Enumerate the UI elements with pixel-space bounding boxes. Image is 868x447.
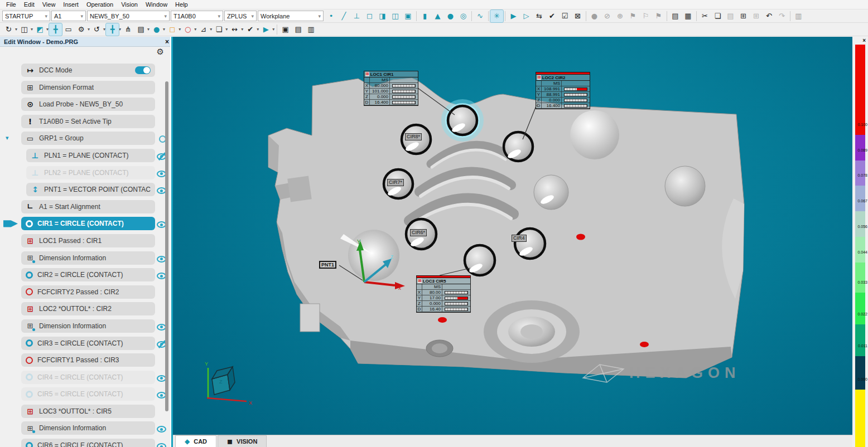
cir6-label[interactable]: CIR6* [410, 229, 427, 236]
cir7-label[interactable]: CIR7* [387, 179, 404, 186]
goto-icon[interactable]: ⊕ [614, 10, 626, 22]
plane-feature-icon[interactable]: ⊥ [350, 10, 363, 22]
loc3-cir5-table[interactable]: ⊞ LOC3 CIR5 MS X 80.00 [416, 275, 471, 313]
bookmark-insert-icon[interactable]: ⚐ [639, 10, 652, 22]
probe-disable-icon[interactable]: ⊘ [601, 10, 614, 22]
loop-icon[interactable]: ⇆ [533, 10, 546, 22]
command-pill[interactable]: DCC Mode [21, 64, 155, 77]
command-pill[interactable]: FCFCIRTY2 Passed : CIR2 [21, 285, 155, 299]
command-pill[interactable]: CIR5 = CIRCLE (CONTACT) [21, 387, 155, 401]
command-pill[interactable]: CIR2 = CIRCLE (CONTACT) [21, 268, 155, 281]
menu-item[interactable]: View [38, 1, 60, 8]
menu-item[interactable]: Insert [59, 1, 83, 8]
paste-icon[interactable]: ▤ [724, 10, 737, 22]
line-feature-icon[interactable]: ╱ [337, 10, 350, 22]
solid-cube-icon[interactable]: ◩ [33, 23, 46, 36]
chevron-down-icon[interactable]: ▾ [6, 134, 9, 142]
startup-dropdown[interactable]: STARTUP ▾ [2, 11, 50, 21]
command-pill[interactable]: PLN1 = PLANE (CONTACT) [26, 149, 155, 162]
cad-viewport[interactable]: Y x z Y X Z HEXAGON CIR8* CIR7* CIR6* [173, 37, 852, 435]
auto-feature-icon[interactable]: ✳ [490, 10, 503, 22]
chevron-down-icon[interactable]: ▾ [210, 27, 212, 32]
chevron-down-icon[interactable]: ▾ [15, 27, 17, 32]
chevron-down-icon[interactable]: ▾ [257, 27, 259, 32]
command-pill[interactable]: Dimension Information [21, 421, 155, 435]
menu-item[interactable]: Edit [20, 1, 38, 8]
workplane-dropdown[interactable]: Workplane ▾ [258, 11, 324, 21]
translate-view-icon[interactable]: ╋ [106, 23, 119, 36]
gage-circle-icon[interactable]: ○ [181, 23, 194, 36]
close-icon[interactable]: × [165, 38, 169, 45]
report-view-icon[interactable]: ▤ [669, 10, 682, 22]
command-pill[interactable]: CIR4 = CIRCLE (CONTACT) [21, 371, 155, 384]
command-pill[interactable]: CIR6 = CIRCLE (CONTACT) [21, 439, 155, 447]
chevron-down-icon[interactable]: ▾ [225, 27, 228, 32]
stats-window-icon[interactable]: ▥ [305, 23, 317, 36]
rectangle-feature-icon[interactable]: ▣ [402, 10, 414, 22]
chevron-down-icon[interactable]: ▾ [31, 27, 33, 32]
pattern-icon[interactable]: ⊞ [750, 10, 763, 22]
rotate-view-icon[interactable]: ↺ [90, 23, 103, 36]
command-pill[interactable]: Dimension Format [21, 81, 155, 94]
report-window-icon[interactable]: ▤ [292, 23, 305, 36]
measurement-path-icon[interactable]: ↭ [228, 23, 241, 36]
loc2-cir2-table[interactable]: ⊞ LOC2 CIR2 MS X 108.991 [536, 72, 590, 109]
menu-item[interactable]: Operation [83, 1, 117, 8]
report-reject-icon[interactable]: ⊠ [571, 10, 584, 22]
pan-view-icon[interactable]: ╋ [49, 23, 62, 36]
pnt1-label[interactable]: PNT1 [319, 261, 336, 269]
point-feature-icon[interactable]: • [325, 10, 337, 22]
orientation-cube[interactable]: Y X Z [205, 361, 252, 406]
probe-file-icon[interactable]: ▤ [134, 23, 147, 36]
wireframe-cube-icon[interactable]: ◫ [18, 23, 31, 36]
command-pill[interactable]: LOC1 Passed : CIR1 [21, 234, 155, 247]
sphere-feature-icon[interactable]: ● [444, 10, 457, 22]
view-orientation-icon[interactable]: ↻ [2, 23, 15, 36]
chevron-down-icon[interactable]: ▾ [88, 27, 90, 32]
alignment-dropdown[interactable]: A1 ▾ [51, 11, 86, 21]
copy-icon[interactable]: ❏ [711, 10, 724, 22]
menu-item[interactable]: Vision [117, 1, 142, 8]
command-pill[interactable]: GRP1 = Group [21, 132, 155, 145]
menu-item[interactable]: File [2, 1, 20, 8]
bookmark-icon[interactable]: ⚑ [626, 10, 639, 22]
command-pill[interactable]: T1A0B0 = Set Active Tip [21, 115, 155, 128]
menu-item[interactable]: Window [142, 1, 171, 8]
mark-done-icon[interactable]: ✔ [546, 10, 558, 22]
dcc-mode-toggle[interactable] [135, 66, 151, 74]
chevron-down-icon[interactable]: ▾ [241, 27, 243, 32]
menu-item[interactable]: Help [171, 1, 192, 8]
chevron-down-icon[interactable]: ▾ [272, 27, 274, 32]
print-icon[interactable]: ▥ [792, 10, 805, 22]
cut-icon[interactable]: ✂ [698, 10, 711, 22]
close-icon[interactable]: × [862, 37, 866, 43]
tab-cad[interactable]: ◆ CAD [175, 435, 216, 447]
gear-icon[interactable]: ⚙ [157, 47, 164, 57]
chevron-down-icon[interactable]: ▾ [46, 27, 49, 32]
command-pill[interactable]: FCFCIRTY1 Passed : CIR3 [21, 353, 155, 367]
undo-icon[interactable]: ↶ [763, 10, 775, 22]
command-pill[interactable]: LOC3 *OUTTOL* : CIR5 [21, 405, 155, 418]
cir4-label[interactable]: CIR4 [512, 235, 527, 242]
command-pill[interactable]: Dimension Information [21, 251, 155, 265]
chevron-down-icon[interactable]: ▾ [147, 27, 150, 32]
circle-feature-icon[interactable]: ◻ [363, 10, 376, 22]
tab-vision[interactable]: ◼ VISION [218, 435, 267, 447]
comment-icon[interactable]: ▭ [62, 23, 75, 36]
tip-dropdown[interactable]: T1A0B0 ▾ [171, 11, 223, 21]
execute-from-cursor-icon[interactable]: ▷ [520, 10, 533, 22]
paste-special-icon[interactable]: ⊞ [737, 10, 750, 22]
chevron-down-icon[interactable]: ▾ [119, 27, 121, 32]
chevron-down-icon[interactable]: ▾ [103, 27, 105, 32]
execute-program-icon[interactable]: ▶ [507, 10, 520, 22]
gage-rectangle-icon[interactable]: ◻ [166, 23, 179, 36]
cir8-label[interactable]: CIR8* [405, 133, 422, 140]
report-template-icon[interactable]: ▦ [682, 10, 695, 22]
camera-icon[interactable]: ▣ [279, 23, 292, 36]
loc1-cir1-table[interactable]: ⊞ LOC1 CIR1 MS X 80.000 [364, 71, 418, 106]
stop-icon[interactable]: ● [588, 10, 601, 22]
chevron-down-icon[interactable]: ▾ [179, 27, 181, 32]
window-pages-icon[interactable]: ❏ [213, 23, 225, 36]
command-pill[interactable]: CIR1 = CIRCLE (CONTACT) [21, 217, 155, 230]
scrollbar-thumb[interactable] [165, 81, 168, 411]
